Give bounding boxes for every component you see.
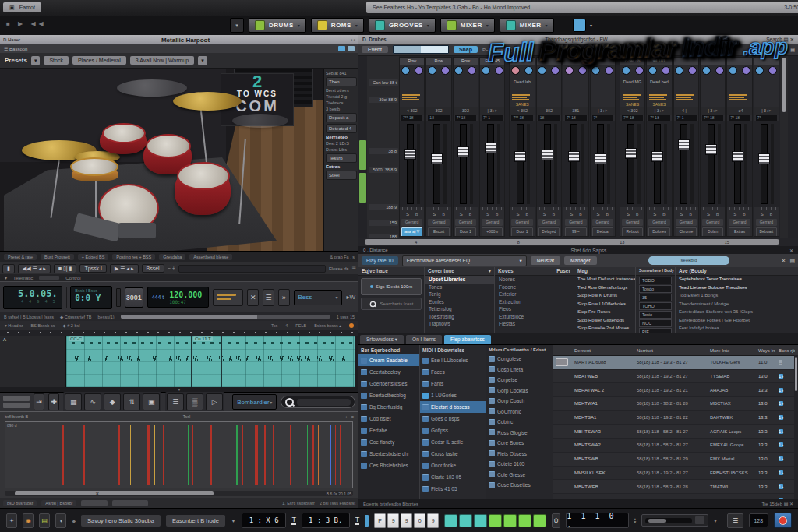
- trigger-line[interactable]: [101, 425, 101, 485]
- fader-track[interactable]: [627, 124, 634, 204]
- midi-note[interactable]: [168, 356, 172, 361]
- soundbank-item[interactable]: Eonles: [425, 298, 494, 306]
- kit-sidebar-item[interactable]: Seb at 841: [326, 71, 357, 76]
- channel-strip[interactable]: Row 302 18: [425, 57, 451, 237]
- key-button[interactable]: 9: [401, 513, 412, 528]
- green-track-tab2[interactable]: [359, 173, 366, 203]
- midi-note[interactable]: [127, 356, 132, 361]
- table-row[interactable]: MMSII KL SEK 58(18) 118 - 19.2 - 81 27 F…: [553, 467, 798, 481]
- tool-d-icon[interactable]: ◖: [55, 513, 66, 528]
- chevron-down-icon[interactable]: ▾: [5, 275, 7, 280]
- send-knob-icon[interactable]: [415, 66, 423, 75]
- folder-item[interactable]: Bg Eberflusidg: [358, 401, 419, 413]
- trigger-line[interactable]: [273, 425, 274, 485]
- table-row[interactable]: MBHTWA1 58(18) 118 - 38.2 - 81 20 MBCTIA…: [553, 397, 798, 411]
- fader-handle[interactable]: [568, 151, 580, 162]
- table-row[interactable]: MARTIAL 6088 58(18) 118 - 19.3 - 81 27 T…: [553, 356, 798, 370]
- library-item[interactable]: Faces: [420, 366, 486, 378]
- output-slot[interactable]: Chrome: [674, 227, 698, 236]
- trigger-line[interactable]: [264, 425, 266, 485]
- row-preview-icon[interactable]: [556, 358, 568, 366]
- fader-handle[interactable]: [732, 151, 743, 162]
- channel-name[interactable]: Row: [426, 58, 450, 65]
- chevron-down-icon[interactable]: ▾: [198, 56, 207, 65]
- eq-stripes[interactable]: [510, 92, 534, 102]
- kit-sidebar-item[interactable]: Berst others: [326, 88, 357, 93]
- key-button[interactable]: 9: [427, 513, 439, 528]
- zoom-slider[interactable]: [393, 45, 449, 54]
- soundbank-item[interactable]: Toestrtlsing: [425, 313, 494, 321]
- trigger-line[interactable]: [307, 425, 308, 485]
- snap-button[interactable]: Snap: [454, 46, 478, 53]
- soundbank-item[interactable]: Traptiows: [425, 320, 494, 328]
- pan-knob-icon[interactable]: [454, 66, 463, 75]
- style-item[interactable]: Stop Rre Roses: [574, 308, 635, 317]
- subfolder-item[interactable]: Cobinc: [486, 417, 553, 428]
- phase-icon[interactable]: S: [733, 212, 736, 217]
- table-row[interactable]: MBHTSWA3 58(18) 118 - 58.2 - 81 27 ACRAI…: [553, 425, 798, 439]
- folder-item[interactable]: Goertoertsilcsles: [358, 378, 419, 389]
- phase-icon[interactable]: S: [680, 212, 683, 217]
- fader-handle[interactable]: [514, 151, 526, 162]
- wave-footer-chip[interactable]: Asrtsl | Bsbsbf: [41, 500, 76, 506]
- trigger-line[interactable]: [118, 425, 120, 485]
- midi-note[interactable]: [228, 356, 232, 361]
- tempo-box[interactable]: PIE: [639, 328, 672, 333]
- table-row[interactable]: MBHTSWB 58(18) 118 - 58.2 - 81 29 EMX Me…: [553, 453, 798, 467]
- groove-grid[interactable]: CC-C Cu 11 T: [66, 336, 355, 387]
- send-slot[interactable]: Gerrard: [510, 218, 534, 227]
- channel-strip[interactable]: wl 181 Dead bed SANES | 3+> 7* 18: [646, 57, 672, 237]
- trigger-line[interactable]: [163, 425, 164, 485]
- menu-icon[interactable]: ☰: [352, 266, 356, 271]
- folder-item[interactable]: Soerbesbdste chr: [358, 448, 419, 460]
- preset-chip[interactable]: 3 Avail Now | Warmup: [130, 56, 194, 65]
- pan-knob-icon[interactable]: [538, 66, 546, 75]
- grid-tool-icon[interactable]: ▦: [65, 393, 82, 410]
- send-slot[interactable]: Gerrard: [563, 218, 588, 227]
- trigger-line[interactable]: [340, 425, 341, 485]
- folder-item[interactable]: Ceertabecksy: [358, 366, 419, 378]
- midi-note[interactable]: [87, 356, 91, 361]
- output-slot[interactable]: Dolan: [701, 227, 725, 236]
- pad-button[interactable]: [503, 514, 517, 527]
- send-slot[interactable]: Gerrard: [400, 218, 424, 227]
- chevron-down-icon[interactable]: ▾: [714, 518, 716, 523]
- trigger-line[interactable]: [290, 425, 291, 485]
- fader-handle[interactable]: [404, 149, 416, 160]
- channel-strip[interactable]: | 3+> 7** 18 Sb Gerrard Dolan: [700, 57, 726, 237]
- pad-button[interactable]: [459, 514, 472, 527]
- send-slot[interactable]: Gerrard: [591, 218, 615, 227]
- table-vscroll-thumb[interactable]: [795, 357, 797, 391]
- midi-note[interactable]: [193, 356, 198, 361]
- output-slot[interactable]: Dolores: [647, 227, 671, 236]
- midi-note[interactable]: [207, 356, 212, 361]
- library-item[interactable]: Fletis 41 05: [420, 483, 486, 495]
- fader-handle[interactable]: [651, 151, 663, 162]
- tempo-slider[interactable]: [641, 514, 708, 527]
- style-item[interactable]: Stop Row K Drums: [574, 292, 635, 301]
- soundbank-item[interactable]: Tettenslog: [425, 305, 494, 313]
- table-row[interactable]: MBHTSWA2 58(18) 118 - 58.2 - 81 27 EMEXA…: [553, 439, 798, 453]
- channel-name[interactable]: Row: [454, 58, 478, 65]
- kit-sidebar-item[interactable]: Desist Libs: [326, 147, 357, 152]
- chevron-down-icon[interactable]: ▾: [230, 18, 244, 33]
- fader-handle[interactable]: [625, 148, 637, 159]
- style-item[interactable]: Stop Rowelle 2nd Moses: [574, 325, 635, 333]
- kit-sidebar-item[interactable]: Berrseteo: [326, 135, 357, 139]
- bypass-icon[interactable]: b: [690, 212, 692, 217]
- send-knob-icon[interactable]: [768, 66, 777, 75]
- midi-note[interactable]: [176, 356, 181, 361]
- library-item[interactable]: Fants: [420, 378, 486, 389]
- wave-scrollbar[interactable]: ✕ B 6.0s 20.1 05: [5, 491, 353, 496]
- pan-knob-icon[interactable]: [648, 66, 657, 75]
- subfolder-item[interactable]: Corpelse: [486, 375, 553, 386]
- region-label2[interactable]: Cu 11 T: [193, 336, 213, 341]
- trigger-line[interactable]: [318, 425, 319, 485]
- bypass-icon[interactable]: b: [606, 212, 609, 217]
- output-slot[interactable]: Deboart: [754, 227, 779, 236]
- trigger-line[interactable]: [312, 425, 314, 485]
- send-slot[interactable]: Gerrard: [727, 218, 751, 227]
- subfolder-item[interactable]: Gorp Coach: [486, 396, 553, 407]
- midi-note[interactable]: [317, 356, 322, 361]
- fader-track[interactable]: [654, 124, 661, 204]
